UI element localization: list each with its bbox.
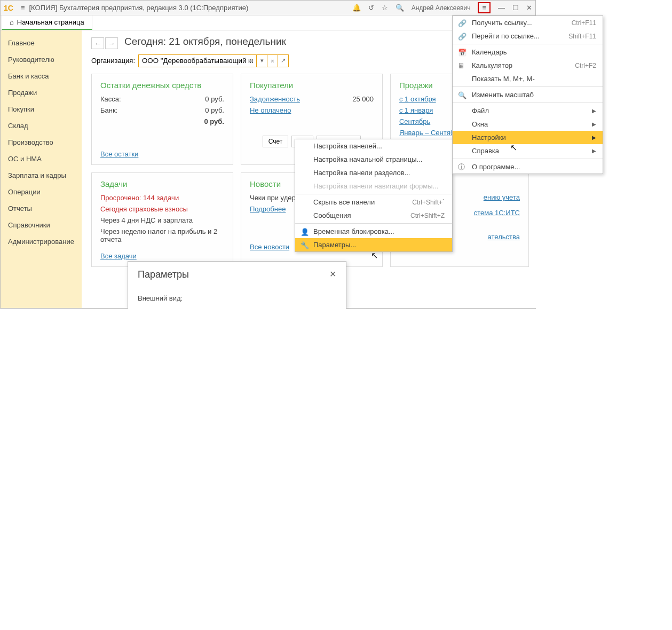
info-icon: ⓘ — [458, 162, 465, 172]
sales-sep-link[interactable]: Сентябрь — [399, 117, 430, 125]
sidebar-item-manager[interactable]: Руководителю — [1, 51, 82, 68]
sidebar-item-salary[interactable]: Зарплата и кадры — [1, 167, 82, 184]
menu-about[interactable]: ⓘО программе... — [453, 160, 603, 174]
user-name: Андрей Алексеевич — [412, 4, 471, 12]
titlebar: 1C ≡ [КОПИЯ] Бухгалтерия предприятия, ре… — [1, 1, 535, 15]
cash-kassa-label: Касса: — [100, 95, 121, 103]
appearance-label: Внешний вид: — [138, 294, 336, 302]
sales-oct-link[interactable]: с 1 октября — [399, 95, 436, 103]
calculator-icon: 🖩 — [458, 61, 465, 69]
tasks-overdue: Просрочено: 144 задачи — [100, 194, 224, 202]
wrench-icon: 🔧 — [301, 241, 309, 249]
card-tasks-title: Задачи — [100, 179, 224, 188]
lock-icon: 👤 — [301, 227, 309, 235]
sidebar-item-catalogs[interactable]: Справочники — [1, 217, 82, 233]
menu-show-m[interactable]: Показать M, M+, M- — [453, 72, 603, 85]
submenu-lock[interactable]: 👤Временная блокировка... — [295, 225, 452, 238]
calendar-icon: 📅 — [458, 48, 467, 56]
cash-bank-value: 0 руб. — [205, 106, 224, 114]
app-title: [КОПИЯ] Бухгалтерия предприятия, редакци… — [29, 4, 352, 12]
submenu-nav: Настройка панели навигации формы... — [295, 179, 452, 193]
menu-file[interactable]: Файл▶ — [453, 104, 603, 117]
org-select[interactable]: ▾ × ↗ — [138, 54, 289, 67]
tab-home[interactable]: ⌂ Начальная страница — [2, 15, 92, 30]
menu-settings[interactable]: Настройки▶ — [453, 131, 603, 144]
zoom-icon: 🔍 — [458, 91, 467, 99]
sidebar-item-sales[interactable]: Продажи — [1, 84, 82, 101]
settings-submenu: Настройка панелей... Настройка начальной… — [295, 139, 453, 252]
sidebar-item-purchases[interactable]: Покупки — [1, 101, 82, 117]
submenu-parameters[interactable]: 🔧Параметры... — [295, 238, 452, 251]
page-title: Сегодня: 21 октября, понедельник — [124, 36, 286, 48]
star-icon[interactable]: ☆ — [382, 4, 388, 12]
tasks-r1: Через 4 дня НДС и зарплата — [100, 216, 224, 224]
menu-calculator[interactable]: 🖩КалькуляторCtrl+F2 — [453, 59, 603, 72]
sidebar-item-admin[interactable]: Администрирование — [1, 233, 82, 250]
nav-forward[interactable]: → — [105, 37, 118, 49]
sidebar-item-warehouse[interactable]: Склад — [1, 117, 82, 134]
org-clear-icon[interactable]: × — [267, 55, 278, 67]
menu-zoom[interactable]: 🔍Изменить масштаб — [453, 88, 603, 101]
menu-goto-link[interactable]: 🔗Перейти по ссылке...Shift+F11 — [453, 29, 603, 43]
menu-get-link[interactable]: 🔗Получить ссылку...Ctrl+F11 — [453, 16, 603, 29]
parameters-dialog: Параметры ✕ Внешний вид: Такси (рекоменд… — [128, 261, 346, 309]
menu-help[interactable]: Справка▶ — [453, 144, 603, 158]
tab-home-label: Начальная страница — [17, 18, 84, 26]
debt-link[interactable]: Задолженность — [250, 95, 300, 103]
org-dropdown-icon[interactable]: ▾ — [256, 55, 267, 67]
dialog-close-icon[interactable]: ✕ — [329, 269, 336, 280]
home-icon: ⌂ — [10, 18, 14, 26]
sidebar-item-main[interactable]: Главное — [1, 35, 82, 51]
org-open-icon[interactable]: ↗ — [278, 55, 288, 67]
cash-kassa-value: 0 руб. — [205, 95, 224, 103]
sidebar-item-reports[interactable]: Отчеты — [1, 200, 82, 217]
sidebar-item-bank[interactable]: Банк и касса — [1, 68, 82, 84]
cash-bank-label: Банк: — [100, 106, 117, 114]
bell-icon[interactable]: 🔔 — [352, 4, 361, 12]
main-menu-button[interactable]: ≡ — [478, 2, 491, 13]
cash-total: 0 руб. — [204, 117, 224, 125]
org-label: Организация: — [91, 57, 135, 65]
submenu-panels[interactable]: Настройка панелей... — [295, 139, 452, 153]
link-goto-icon: 🔗 — [458, 32, 467, 40]
menu-calendar[interactable]: 📅Календарь — [453, 45, 603, 59]
sidebar-item-production[interactable]: Производство — [1, 134, 82, 151]
close-icon[interactable]: ✕ — [526, 4, 532, 12]
submenu-home[interactable]: Настройка начальной страницы... — [295, 153, 452, 166]
card-cash: Остатки денежных средств Касса:0 руб. Ба… — [91, 74, 233, 165]
history-icon[interactable]: ↺ — [368, 4, 374, 12]
tasks-r2: Через неделю налог на прибыль и 2 отчета — [100, 227, 224, 243]
card-buyers-title: Покупатели — [250, 81, 374, 90]
nav-back[interactable]: ← — [91, 37, 104, 49]
submenu-sections[interactable]: Настройка панели разделов... — [295, 166, 452, 179]
all-balances-link[interactable]: Все остатки — [100, 150, 224, 158]
invoice-button[interactable]: Счет — [263, 136, 289, 147]
main-menu: 🔗Получить ссылку...Ctrl+F11 🔗Перейти по … — [452, 15, 603, 174]
hamburger-icon[interactable]: ≡ — [21, 4, 25, 12]
sidebar-item-operations[interactable]: Операции — [1, 184, 82, 200]
maximize-icon[interactable]: ☐ — [512, 4, 519, 12]
sales-jan-link[interactable]: с 1 января — [399, 106, 433, 114]
submenu-messages[interactable]: СообщенияCtrl+Shift+Z — [295, 209, 452, 222]
sidebar-item-assets[interactable]: ОС и НМА — [1, 151, 82, 167]
minimize-icon[interactable]: — — [498, 4, 505, 12]
card-cash-title: Остатки денежных средств — [100, 81, 224, 90]
card-tasks: Задачи Просрочено: 144 задачи Сегодня ст… — [91, 172, 233, 267]
submenu-hide-panels[interactable]: Скрыть все панелиCtrl+Shift+` — [295, 195, 452, 209]
menu-windows[interactable]: Окна▶ — [453, 117, 603, 131]
tasks-today: Сегодня страховые взносы — [100, 205, 224, 213]
search-icon[interactable]: 🔍 — [396, 4, 404, 12]
sidebar: Главное Руководителю Банк и касса Продаж… — [1, 30, 82, 308]
debt-value: 25 000 — [352, 95, 374, 103]
dialog-title: Параметры — [138, 269, 189, 280]
all-tasks-link[interactable]: Все задачи — [100, 252, 224, 260]
link-icon: 🔗 — [458, 19, 467, 27]
logo-1c-icon: 1C — [4, 4, 13, 12]
unpaid-link[interactable]: Не оплачено — [250, 106, 291, 114]
org-input[interactable] — [139, 55, 256, 67]
